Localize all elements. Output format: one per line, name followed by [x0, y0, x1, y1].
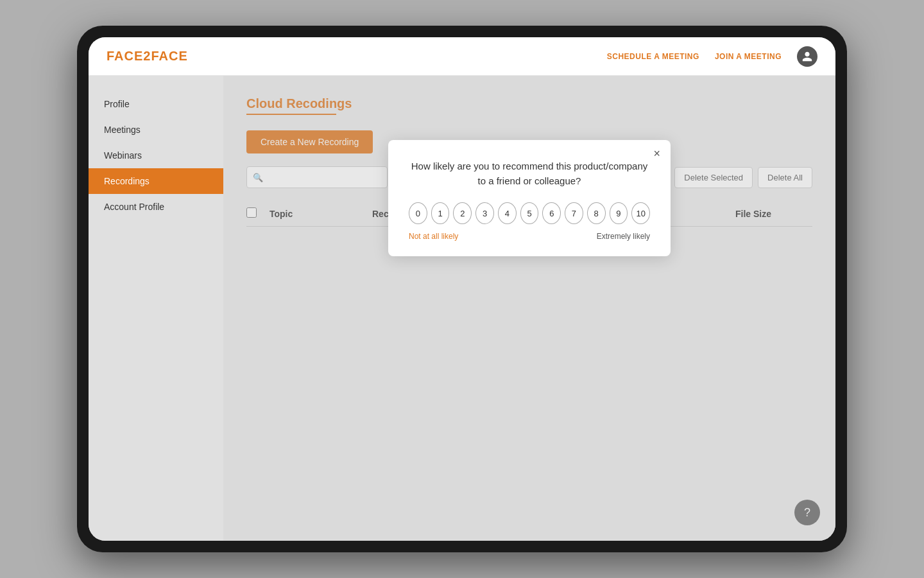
join-meeting-link[interactable]: JOIN A MEETING: [715, 52, 782, 61]
user-avatar[interactable]: [797, 46, 817, 67]
sidebar: Profile Meetings Webinars Recordings Acc…: [89, 76, 223, 541]
survey-close-button[interactable]: ×: [653, 148, 660, 159]
survey-num-btn-10[interactable]: 10: [631, 202, 650, 224]
sidebar-item-profile[interactable]: Profile: [89, 91, 223, 117]
survey-num-btn-4[interactable]: 4: [498, 202, 517, 224]
survey-label-left: Not at all likely: [409, 232, 458, 241]
header-nav: SCHEDULE A MEETING JOIN A MEETING: [607, 46, 817, 67]
body: Profile Meetings Webinars Recordings Acc…: [89, 76, 835, 541]
survey-num-btn-3[interactable]: 3: [475, 202, 494, 224]
sidebar-item-webinars[interactable]: Webinars: [89, 143, 223, 168]
logo: FACE2FACE: [107, 49, 188, 64]
survey-numbers: 012345678910: [409, 202, 650, 224]
survey-num-btn-9[interactable]: 9: [610, 202, 628, 224]
survey-num-btn-8[interactable]: 8: [587, 202, 606, 224]
survey-num-btn-0[interactable]: 0: [409, 202, 427, 224]
sidebar-item-account-profile[interactable]: Account Profile: [89, 194, 223, 220]
survey-question: How likely are you to recommend this pro…: [409, 159, 650, 188]
sidebar-item-recordings[interactable]: Recordings: [89, 168, 223, 194]
survey-num-btn-2[interactable]: 2: [453, 202, 472, 224]
main-content: Cloud Recodings Create a New Recording 🔍…: [223, 76, 835, 541]
survey-num-btn-5[interactable]: 5: [520, 202, 539, 224]
schedule-meeting-link[interactable]: SCHEDULE A MEETING: [607, 52, 699, 61]
device-screen: FACE2FACE SCHEDULE A MEETING JOIN A MEET…: [89, 37, 835, 541]
survey-overlay: × How likely are you to recommend this p…: [223, 76, 835, 541]
survey-labels: Not at all likely Extremely likely: [409, 232, 650, 241]
device-frame: FACE2FACE SCHEDULE A MEETING JOIN A MEET…: [77, 26, 847, 552]
header: FACE2FACE SCHEDULE A MEETING JOIN A MEET…: [89, 37, 835, 76]
survey-modal: × How likely are you to recommend this p…: [388, 140, 671, 256]
survey-num-btn-1[interactable]: 1: [431, 202, 450, 224]
survey-num-btn-6[interactable]: 6: [542, 202, 561, 224]
sidebar-item-meetings[interactable]: Meetings: [89, 117, 223, 143]
survey-label-right: Extremely likely: [597, 232, 650, 241]
survey-num-btn-7[interactable]: 7: [565, 202, 583, 224]
